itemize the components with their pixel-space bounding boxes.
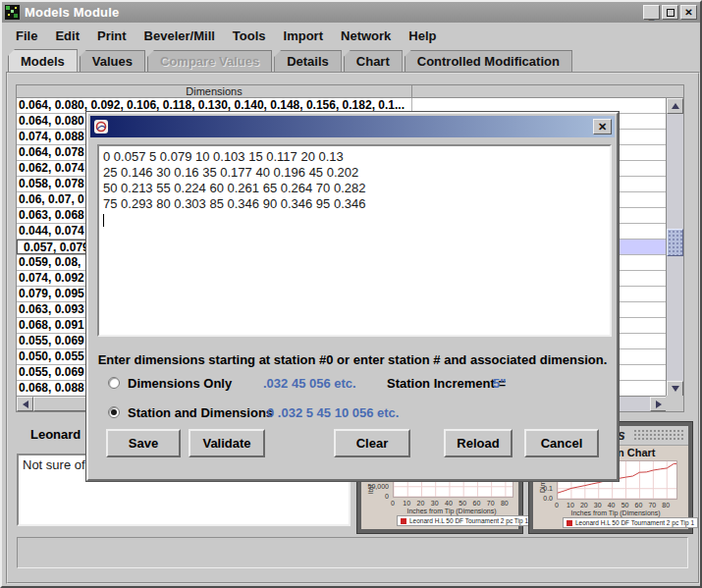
textarea-line: 50 0.213 55 0.224 60 0.261 65 0.264 70 0… bbox=[103, 181, 606, 196]
dialog-instruction: Enter dimensions starting at station #0 … bbox=[88, 352, 617, 367]
window-title: Models Module bbox=[25, 5, 120, 20]
panel-header-text: s bbox=[618, 427, 625, 443]
app-icon bbox=[5, 5, 20, 20]
menu-bar: File Edit Print Beveler/Mill Tools Impor… bbox=[2, 23, 700, 48]
arrow-right-icon bbox=[656, 401, 662, 408]
x-tick-label: 30 bbox=[594, 502, 602, 508]
x-tick-label: 0 bbox=[391, 500, 395, 507]
y-tick-label: 0.0 bbox=[543, 495, 553, 502]
x-tick-label: 0 bbox=[555, 502, 559, 508]
validate-button[interactable]: Validate bbox=[189, 429, 265, 457]
text-caret bbox=[103, 214, 104, 227]
x-tick-label: 60 bbox=[635, 502, 643, 508]
x-tick-label: 80 bbox=[662, 502, 670, 508]
tab-compare-values: Compare Values bbox=[147, 50, 272, 72]
x-tick-label: 40 bbox=[445, 500, 453, 507]
arrow-up-icon bbox=[672, 103, 679, 109]
x-tick-label: 70 bbox=[648, 502, 656, 508]
scroll-up-button[interactable] bbox=[667, 98, 683, 114]
left-chart-x-ticks: 01020304050607080 bbox=[393, 500, 513, 508]
menu-tools[interactable]: Tools bbox=[224, 26, 275, 46]
menu-import[interactable]: Import bbox=[275, 26, 332, 46]
left-chart-legend: Leonard H.L 50 DF Tournament 2 pc Tip 1 bbox=[397, 515, 532, 526]
dimensions-only-option: Dimensions Only .032 45 056 etc. Station… bbox=[88, 376, 617, 392]
maximize-button[interactable] bbox=[662, 5, 678, 20]
dimension-entry-dialog: ✕ 0 0.057 5 0.079 10 0.103 15 0.117 20 0… bbox=[86, 112, 619, 481]
dimensions-only-radio[interactable] bbox=[108, 377, 120, 389]
x-tick-label: 50 bbox=[459, 500, 466, 507]
reload-button[interactable]: Reload bbox=[444, 429, 513, 457]
right-chart-x-axis-label: Inches from Tip (Dimensions) bbox=[547, 509, 684, 516]
legend-swatch-icon bbox=[567, 520, 572, 526]
table-header-row: Dimensions bbox=[17, 85, 683, 98]
x-tick-label: 60 bbox=[473, 500, 481, 507]
status-bar bbox=[17, 537, 688, 568]
right-chart-x-ticks: 01020304050607080 bbox=[557, 502, 677, 509]
dialog-title-bar[interactable]: ✕ bbox=[90, 116, 615, 137]
x-tick-label: 70 bbox=[487, 500, 495, 507]
vertical-scrollbar[interactable] bbox=[666, 98, 683, 397]
cancel-button[interactable]: Cancel bbox=[524, 429, 599, 457]
y-tick-label: 0.1 bbox=[543, 484, 553, 491]
dimensions-textarea[interactable]: 0 0.057 5 0.079 10 0.103 15 0.117 20 0.1… bbox=[97, 144, 612, 337]
station-and-dimensions-radio[interactable] bbox=[108, 406, 120, 418]
empty-column-header[interactable] bbox=[412, 85, 683, 97]
dimensions-only-example: .032 45 056 etc. bbox=[263, 376, 356, 391]
tab-values[interactable]: Values bbox=[80, 50, 145, 72]
station-increment-label: Station Increment = bbox=[387, 376, 506, 391]
station-and-dimensions-option: Station and Dimensions 0 .032 5 45 10 05… bbox=[88, 405, 617, 421]
x-tick-label: 80 bbox=[501, 500, 509, 507]
header-stipple-texture bbox=[633, 429, 684, 442]
vertical-scrollbar-thumb[interactable] bbox=[667, 229, 683, 256]
minimize-button[interactable]: _ bbox=[643, 5, 660, 20]
x-tick-label: 30 bbox=[431, 500, 439, 507]
station-and-dimensions-label[interactable]: Station and Dimensions bbox=[128, 405, 273, 420]
station-and-dimensions-example: 0 .032 5 45 10 056 etc. bbox=[267, 405, 399, 420]
textarea-line: 25 0.146 30 0.16 35 0.177 40 0.196 45 0.… bbox=[103, 165, 606, 181]
close-button[interactable]: ✕ bbox=[680, 5, 697, 20]
y-tick-label: 0 bbox=[385, 493, 389, 500]
tab-controlled-modification[interactable]: Controlled Modification bbox=[405, 50, 572, 72]
tab-bar: Models Values Compare Values Details Cha… bbox=[8, 49, 700, 72]
x-tick-label: 10 bbox=[403, 500, 410, 507]
menu-beveler-mill[interactable]: Beveler/Mill bbox=[135, 26, 224, 46]
maximize-icon bbox=[667, 9, 675, 17]
dimensions-only-label[interactable]: Dimensions Only bbox=[128, 376, 232, 391]
legend-swatch-icon bbox=[401, 518, 406, 524]
x-tick-label: 10 bbox=[567, 502, 574, 508]
app-window: Models Module _ ✕ File Edit Print Bevele… bbox=[0, 0, 702, 588]
scroll-right-button[interactable] bbox=[650, 397, 667, 411]
x-tick-label: 20 bbox=[417, 500, 425, 507]
save-button[interactable]: Save bbox=[106, 429, 181, 457]
x-tick-label: 20 bbox=[580, 502, 588, 508]
arrow-left-icon bbox=[23, 401, 28, 408]
arrow-down-icon bbox=[672, 386, 679, 392]
y-tick-label: 50,000 bbox=[368, 482, 389, 489]
textarea-line: 0 0.057 5 0.079 10 0.103 15 0.117 20 0.1… bbox=[103, 149, 606, 165]
station-increment-value: 5" bbox=[493, 376, 506, 391]
menu-edit[interactable]: Edit bbox=[46, 26, 88, 46]
menu-print[interactable]: Print bbox=[88, 26, 135, 46]
menu-file[interactable]: File bbox=[7, 26, 46, 46]
x-tick-label: 50 bbox=[621, 502, 629, 508]
dialog-close-button[interactable]: ✕ bbox=[593, 119, 612, 134]
scrollbar-corner bbox=[666, 396, 683, 411]
tab-models[interactable]: Models bbox=[8, 49, 78, 72]
dimensions-column-header[interactable]: Dimensions bbox=[17, 85, 412, 97]
menu-help[interactable]: Help bbox=[400, 26, 445, 46]
dialog-icon bbox=[93, 119, 109, 134]
scroll-down-button[interactable] bbox=[667, 381, 683, 397]
textarea-line: 75 0.293 80 0.303 85 0.346 90 0.346 95 0… bbox=[103, 196, 606, 212]
right-chart-legend: Leonard H.L 50 DF Tournament 2 pc Tip 1 bbox=[563, 517, 698, 528]
tab-details[interactable]: Details bbox=[274, 50, 342, 72]
dialog-button-row: Save Validate Clear Reload Cancel bbox=[88, 429, 617, 458]
menu-network[interactable]: Network bbox=[332, 26, 400, 46]
title-bar: Models Module _ ✕ bbox=[2, 2, 700, 23]
tab-chart[interactable]: Chart bbox=[344, 50, 403, 72]
x-tick-label: 40 bbox=[608, 502, 616, 508]
scroll-left-button[interactable] bbox=[17, 397, 33, 411]
left-chart-x-axis-label: Inches from Tip (Dimensions) bbox=[383, 508, 520, 514]
clear-button[interactable]: Clear bbox=[334, 429, 410, 457]
